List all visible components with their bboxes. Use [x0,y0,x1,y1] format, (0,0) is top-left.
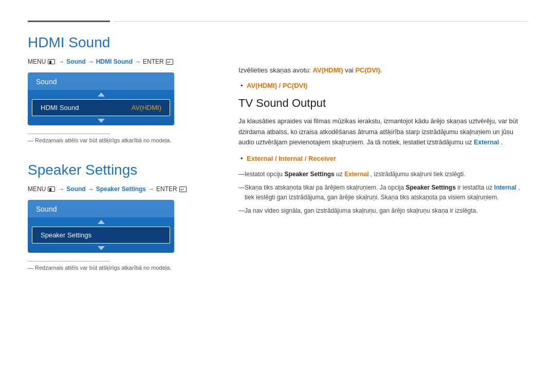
menu-hdmi-sound: HDMI Sound [96,58,133,65]
enter-icon2 [179,186,187,192]
tv-note3: Ja nav video signāla, gan izstrādājuma s… [238,206,527,216]
tv-sound-bullet-list: External / Internal / Receiver [238,153,527,164]
chevron-down [28,116,174,125]
note1-post: , izstrādājumu skaļruni tiek izslēgti. [371,171,466,178]
svg-marker-0 [98,92,105,97]
tv-note1: Iestatot opciju Speaker Settings uz Exte… [238,170,527,180]
tv-sound-bullet-item: External / Internal / Receiver [247,153,527,164]
panel-header2: Sound [28,200,174,217]
row-label2: Speaker Settings [41,231,91,239]
right-pc-dvi: PC(DVI). [355,66,382,74]
hdmi-right-intro: Izvēlieties skaņas avotu: AV(HDMI) vai P… [238,65,527,76]
enter-label2: ENTER [156,185,177,193]
section-divider2 [28,261,110,262]
hdmi-right-content: Izvēlieties skaņas avotu: AV(HDMI) vai P… [238,34,527,91]
svg-marker-1 [98,119,105,123]
menu-speaker-settings: Speaker Settings [96,185,146,193]
note2-mid: ir iestatīta uz [457,184,492,191]
tv-sound-desc: Ja klausāties apraides vai filmas mūzika… [238,116,527,148]
top-divider [28,21,527,22]
section-note2: Redzamais attēls var būt atšķirīgs atkar… [28,265,218,271]
arrow2: → [88,58,94,65]
chevron-up [28,90,174,99]
note2-bold2: Internal [494,184,516,191]
tv-desc-end: . [501,139,503,146]
menu-icon [48,59,55,64]
speaker-settings-title: Speaker Settings [28,162,218,178]
right-text: Izvēlieties skaņas avotu: [238,66,311,74]
svg-marker-3 [98,246,105,250]
arrow6: → [148,185,154,193]
panel-row-hdmi: HDMI Sound AV(HDMI) [32,99,170,116]
row-value: AV(HDMI) [132,104,161,111]
speaker-settings-menu-path: MENU → Sound → Speaker Settings → ENTER [28,185,218,193]
right-column: Izvēlieties skaņas avotu: AV(HDMI) vai P… [238,34,527,289]
menu-label: MENU [28,58,46,65]
panel-row-speaker: Speaker Settings [32,227,170,244]
note2-bold1: Speaker Settings [406,184,456,191]
enter-icon [166,59,173,65]
tv-desc-highlight: External [474,139,499,146]
page: HDMI Sound MENU → Sound → HDMI Sound → E… [0,0,555,310]
arrow1: → [58,58,64,65]
enter-label: ENTER [143,58,164,65]
svg-marker-2 [98,220,105,224]
hdmi-bullet-list: AV(HDMI) / PC(DVI) [238,80,527,91]
speaker-settings-panel: Sound Speaker Settings [28,200,174,253]
panel-header: Sound [28,72,174,90]
menu-sound2: Sound [66,185,85,193]
hdmi-bullet-text: AV(HDMI) / PC(DVI) [247,82,307,89]
divider-light [114,21,527,22]
note1-bold2: External [344,171,368,178]
right-av-hdmi: AV(HDMI) [313,66,343,74]
section-divider [28,134,110,134]
hdmi-sound-menu-path: MENU → Sound → HDMI Sound → ENTER [28,58,218,65]
section-note: Redzamais attēls var būt atšķirīgs atkar… [28,137,218,143]
hdmi-sound-title: HDMI Sound [28,34,218,51]
arrow3: → [135,58,141,65]
chevron-up2 [28,217,174,227]
chevron-down2 [28,244,174,253]
hdmi-bullet-item: AV(HDMI) / PC(DVI) [247,80,527,91]
arrow4: → [58,185,64,193]
note2-pre: Skaņa tiks atskaņota tikai pa ārējiem sk… [245,184,404,191]
speaker-settings-section: Speaker Settings MENU → Sound → Speaker … [28,162,218,271]
menu-label2: MENU [28,185,46,193]
arrow5: → [88,185,94,193]
hdmi-sound-panel: Sound HDMI Sound AV(HDMI) [28,72,174,125]
menu-icon2 [48,186,55,192]
left-column: HDMI Sound MENU → Sound → HDMI Sound → E… [28,34,218,289]
tv-sound-output-section: TV Sound Output Ja klausāties apraides v… [238,97,527,216]
tv-sound-bullet-text: External / Internal / Receiver [247,155,336,162]
menu-sound: Sound [66,58,85,65]
note3-text: Ja nav video signāla, gan izstrādājuma s… [245,207,478,214]
tv-note2: Skaņa tiks atskaņota tikai pa ārējiem sk… [238,183,527,203]
row-label: HDMI Sound [41,104,79,111]
note1-mid: uz [336,171,343,178]
right-or: vai [345,66,354,74]
note1-pre: Iestatot opciju [245,171,283,178]
main-layout: HDMI Sound MENU → Sound → HDMI Sound → E… [28,34,527,289]
tv-sound-title: TV Sound Output [238,97,527,110]
hdmi-sound-section: HDMI Sound MENU → Sound → HDMI Sound → E… [28,34,218,143]
note1-bold1: Speaker Settings [284,171,334,178]
divider-dark [28,21,110,22]
